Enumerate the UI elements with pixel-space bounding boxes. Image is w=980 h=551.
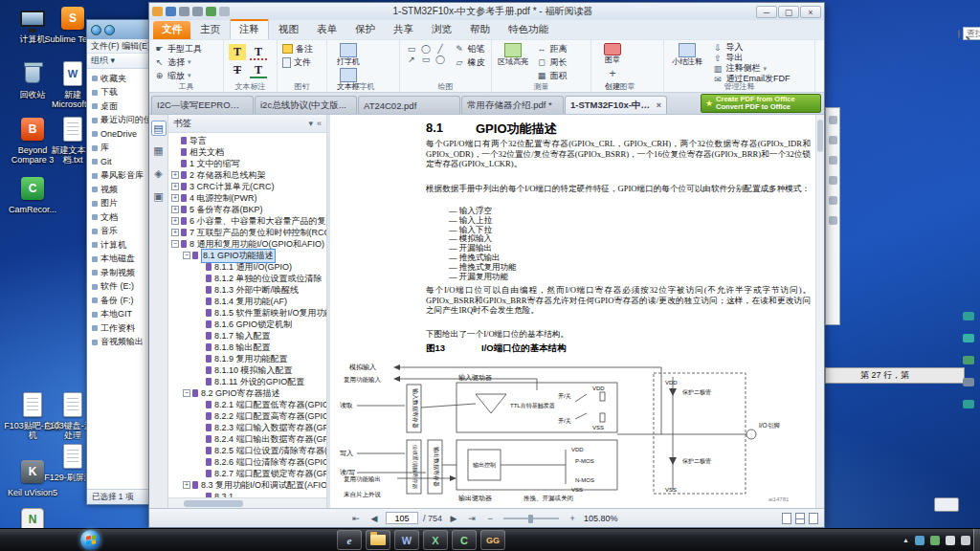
comments-panel-icon[interactable]: ▣ <box>151 189 167 205</box>
ribbon-tab[interactable]: 保护 <box>346 21 384 39</box>
close-button[interactable]: × <box>800 6 821 18</box>
ribbon-tab[interactable]: 浏览 <box>423 21 460 39</box>
back-icon[interactable] <box>91 25 101 35</box>
zoom-tool-button[interactable]: ⊕ 缩放 ▾ <box>154 69 218 82</box>
bookmark-item[interactable]: 8.2.1 端口配置低寄存器(GPIOx_CRL) (x=... <box>168 399 326 410</box>
expand-toggle[interactable]: + <box>171 194 179 202</box>
pencil-button[interactable]: ✎ 铅笔 <box>454 42 484 55</box>
expand-toggle[interactable]: − <box>183 389 190 397</box>
bookmark-item[interactable]: 8.2.4 端口输出数据寄存器(GPIOx_ODR) (... <box>168 433 326 445</box>
oval-tool-icon[interactable]: ◯ <box>419 44 433 54</box>
area-highlight-button[interactable]: 区域高亮 <box>497 42 529 67</box>
ribbon-tab[interactable]: 注释 <box>230 19 269 39</box>
toolbar-icon[interactable] <box>829 196 837 205</box>
toolbar-icon[interactable] <box>829 216 837 225</box>
highlight-text-icon[interactable]: T <box>229 44 246 60</box>
bookmark-item[interactable]: + 3 CRC计算单元(CRC) <box>168 181 326 192</box>
single-page-view-icon[interactable] <box>782 513 791 524</box>
bookmark-item[interactable]: − 8.2 GPIO寄存器描述 <box>168 387 326 399</box>
taskbar-windows-explorer[interactable] <box>366 530 390 550</box>
expand-toggle[interactable]: − <box>171 240 179 248</box>
bookmark-item[interactable]: 导言 <box>168 135 326 146</box>
bookmark-item[interactable]: 8.1.7 输入配置 <box>168 330 326 342</box>
ribbon-tab[interactable]: 视图 <box>270 21 307 39</box>
minimize-button[interactable]: ─ <box>756 6 777 18</box>
open-file-icon[interactable] <box>152 7 163 16</box>
bookmark-item[interactable]: 8.1.4 复用功能(AF) <box>168 296 326 307</box>
zoom-slider[interactable] <box>503 518 559 519</box>
taskbar-internet-explorer[interactable]: e <box>337 530 362 550</box>
titlebar[interactable]: 1-STM32F10x-中文参考手册.pdf * - 福昕阅读器 ─ ▢ × <box>149 3 824 20</box>
email-icon[interactable] <box>192 7 203 16</box>
expand-toggle[interactable]: + <box>171 183 179 190</box>
facing-view-icon[interactable] <box>809 513 818 524</box>
toolbar-icon[interactable] <box>829 156 837 165</box>
bookmark-item[interactable]: + 8.3 复用功能I/O和调试配置(AFIO) <box>168 479 326 491</box>
bookmark-item[interactable]: − 8.1 GPIO功能描述 <box>168 250 326 261</box>
squiggly-underline-icon[interactable]: T <box>250 44 267 60</box>
underline-icon[interactable]: T <box>250 62 267 78</box>
ribbon-tab[interactable]: 主页 <box>191 21 229 39</box>
expand-toggle[interactable]: + <box>171 171 179 179</box>
scrollbar-thumb[interactable] <box>184 500 243 507</box>
ribbon-tab[interactable]: 文件 <box>153 21 190 39</box>
bookmark-item[interactable]: 8.2.6 端口位清除寄存器(GPIOx_BRR) (x=... <box>168 456 326 468</box>
expand-toggle[interactable]: + <box>171 229 179 236</box>
bookmarks-panel-icon[interactable]: ▤ <box>151 121 167 136</box>
bookmark-item[interactable]: + 6 小容量、中容量和大容量产品的复位和时钟控制(RCC) <box>168 215 326 227</box>
bookmark-item[interactable]: + 5 备份寄存器(BKP) <box>168 204 326 215</box>
bookmark-item[interactable]: 8.1.1 通用I/O(GPIO) <box>168 261 326 273</box>
forward-icon[interactable] <box>104 25 115 35</box>
bookmark-item[interactable]: 8.1.3 外部中断/唤醒线 <box>168 284 326 296</box>
bookmark-item[interactable]: 8.1.10 模拟输入配置 <box>168 364 326 376</box>
toolbar-icon[interactable] <box>829 136 837 144</box>
start-button[interactable] <box>80 530 100 550</box>
options-icon[interactable]: ▾ <box>308 119 313 128</box>
document-tab[interactable]: 常用存储器介绍.pdf * <box>461 96 564 114</box>
layers-panel-icon[interactable]: ◈ <box>151 166 167 182</box>
maximize-button[interactable]: ▢ <box>778 6 799 18</box>
ribbon-tab[interactable]: 共享 <box>385 21 422 39</box>
perimeter-button[interactable]: ◻ 周长 <box>536 55 567 69</box>
document-tab[interactable]: i2c总线协议(中文版... <box>255 96 357 114</box>
bookmark-item[interactable]: 8.3.1 ... <box>168 491 326 497</box>
print-icon[interactable] <box>179 7 189 16</box>
expand-toggle[interactable]: + <box>183 481 190 489</box>
document-tab[interactable]: 1-STM32F10x-中文... × <box>565 96 667 114</box>
bookmark-item[interactable]: 8.1.11 外设的GPIO配置 <box>168 376 326 387</box>
show-desktop-button[interactable] <box>973 529 980 551</box>
strikeout-icon[interactable]: T <box>229 62 246 78</box>
hand-tool-button[interactable]: ☛ 手型工具 <box>154 42 218 55</box>
distance-button[interactable]: ↔ 距离 <box>536 42 567 55</box>
bookmark-item[interactable]: 8.1.6 GPIO锁定机制 <box>168 319 326 330</box>
bookmark-item[interactable]: 8.1.8 输出配置 <box>168 342 326 353</box>
ime-floating-bar[interactable] <box>934 497 959 512</box>
document-tab[interactable]: I2C—读写EEPROM(... <box>151 96 254 114</box>
typewriter-button[interactable]: 打字机 <box>332 42 365 67</box>
next-page-button[interactable]: ▶ <box>447 514 460 523</box>
taskbar-goldwave[interactable]: GG <box>480 530 505 550</box>
tray-icon[interactable] <box>930 536 940 545</box>
document-tab[interactable]: AT24C02.pdf <box>358 96 460 114</box>
import-comments-button[interactable]: ⇩ 导入 <box>712 42 790 53</box>
arrow-tool-icon[interactable]: ↗ <box>405 55 418 64</box>
continuous-view-icon[interactable] <box>795 513 805 524</box>
desktop-icon-camrecorder[interactable]: C CamRecor... <box>2 174 63 214</box>
save-icon[interactable] <box>166 7 176 16</box>
bookmark-item[interactable]: 8.2.2 端口配置高寄存器(GPIOx_CRH) (x=... <box>168 410 326 422</box>
ribbon-tab[interactable]: 特色功能 <box>500 21 557 39</box>
volume-icon[interactable] <box>961 536 970 545</box>
show-hidden-icons-button[interactable]: ▲ <box>902 537 909 543</box>
bookmark-item[interactable]: + 7 互联型产品的复位和时钟控制(RCC) <box>168 227 326 238</box>
bookmarks-horizontal-scrollbar[interactable] <box>168 497 326 508</box>
zoom-out-button[interactable]: − <box>483 514 497 523</box>
cloud-tool-icon[interactable]: ◯ <box>434 55 447 64</box>
rectangle-tool-icon[interactable]: ▭ <box>405 44 418 54</box>
taskbar-cam-recorder[interactable]: C <box>452 530 477 550</box>
expand-toggle[interactable]: + <box>171 206 179 213</box>
eraser-button[interactable]: ▱ 橡皮 <box>454 55 484 69</box>
bookmark-item[interactable]: 8.1.9 复用功能配置 <box>168 353 326 364</box>
bookmark-item[interactable]: 8.2.3 端口输入数据寄存器(GPIOx_IDR) (x... <box>168 422 326 433</box>
zoom-in-button[interactable]: + <box>566 514 579 523</box>
zoom-slider-thumb[interactable] <box>528 515 533 523</box>
